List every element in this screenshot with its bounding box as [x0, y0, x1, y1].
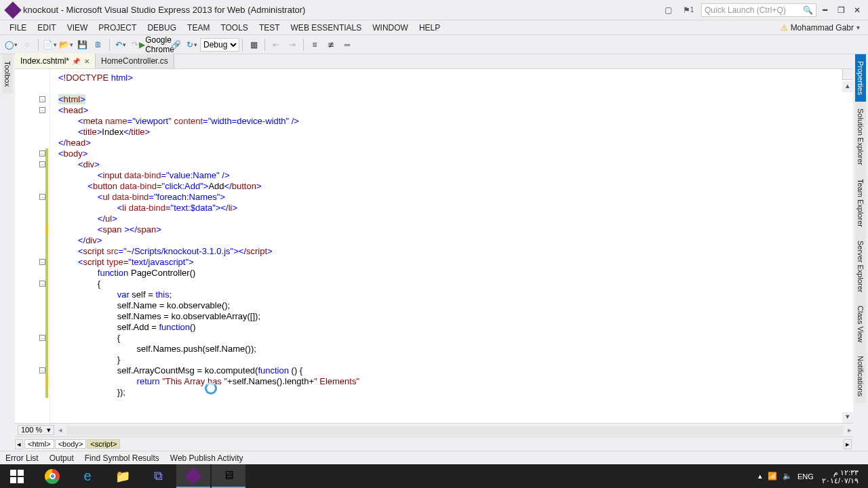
right-pane-strip[interactable]: PropertiesSolution ExplorerTeam Explorer…	[853, 54, 868, 451]
comment-button[interactable]: ≡	[307, 37, 322, 52]
quick-launch-input[interactable]: Quick Launch (Ctrl+Q)🔍	[701, 3, 816, 17]
nav-forward-button[interactable]: ○	[20, 37, 35, 52]
code-line[interactable]: self.Name = ko.observable();	[58, 300, 853, 311]
hscroll-right[interactable]: ▸	[846, 426, 853, 434]
bottom-tab-output[interactable]: Output	[44, 453, 79, 463]
code-line[interactable]: <input data-bind="value:Name" />	[58, 170, 853, 181]
pin-icon[interactable]: 📌	[72, 58, 80, 65]
toolbar-btn-1[interactable]: ▦	[246, 37, 261, 52]
left-pane-strip[interactable]: Toolbox	[0, 54, 15, 451]
close-button[interactable]: ✕	[849, 2, 865, 18]
code-line[interactable]: self.ArrayCountMsg = ko.computed(functio…	[58, 365, 853, 376]
breadcrumb-item[interactable]: <body>	[55, 439, 87, 449]
menu-tools[interactable]: TOOLS	[215, 23, 253, 33]
new-file-button[interactable]: 📄▾	[42, 37, 57, 52]
code-line[interactable]: <meta name="viewport" content="width=dev…	[58, 116, 853, 127]
undo-button[interactable]: ↶▾	[113, 37, 128, 52]
code-line[interactable]: }	[58, 354, 853, 365]
code-line[interactable]: </ul>	[58, 214, 853, 224]
open-file-button[interactable]: 📂▾	[58, 37, 73, 52]
code-line[interactable]: function PageController()	[58, 268, 853, 279]
windows-taskbar[interactable]: e 📁 ⧉ 🖥 ▴ 📶 🔈 ENG ١٢:٣٣ م٢٠١٤/٠٧/١٩	[0, 464, 868, 488]
close-tab-icon[interactable]: ✕	[84, 58, 90, 65]
code-line[interactable]: });	[58, 387, 853, 398]
menu-project[interactable]: PROJECT	[93, 23, 142, 33]
feedback-icon[interactable]: ▢	[660, 3, 675, 18]
code-line[interactable]: {	[58, 333, 853, 344]
menu-edit[interactable]: EDIT	[32, 23, 61, 33]
explorer-taskbar-icon[interactable]: 📁	[106, 464, 140, 488]
editor-tab[interactable]: Index.cshtml*📌✕	[15, 54, 96, 68]
tray-lang[interactable]: ENG	[797, 472, 814, 481]
bottom-tab-web-publish-activity[interactable]: Web Publish Activity	[165, 453, 249, 463]
menu-window[interactable]: WINDOW	[367, 23, 414, 33]
code-line[interactable]: </head>	[58, 138, 853, 148]
breadcrumb-item[interactable]: <script>	[87, 439, 120, 449]
config-select[interactable]: Debug	[200, 38, 239, 52]
code-line[interactable]: <html>	[58, 94, 853, 105]
pane-notifications[interactable]: Notifications	[855, 349, 866, 403]
refresh-button[interactable]: ↻▾	[184, 37, 199, 52]
indent-button[interactable]: ⇥	[285, 37, 300, 52]
code-line[interactable]: </div>	[58, 235, 853, 246]
pane-team-explorer[interactable]: Team Explorer	[855, 172, 866, 234]
bottom-tab-error-list[interactable]: Error List	[0, 453, 44, 463]
maximize-button[interactable]: ❐	[833, 2, 849, 18]
code-line[interactable]: <title>Index</title>	[58, 127, 853, 138]
menu-test[interactable]: TEST	[254, 23, 285, 33]
outdent-button[interactable]: ⇤	[269, 37, 283, 52]
code-line[interactable]	[58, 83, 853, 94]
code-line[interactable]: <!DOCTYPE html>	[58, 73, 853, 83]
bottom-tab-find-symbol-results[interactable]: Find Symbol Results	[79, 453, 165, 463]
code-line[interactable]: <body>	[58, 148, 853, 159]
menu-debug[interactable]: DEBUG	[142, 23, 182, 33]
pane-properties[interactable]: Properties	[855, 54, 866, 102]
code-line[interactable]: <script type="text/javascript">	[58, 257, 853, 268]
vs-taskbar-icon[interactable]	[176, 464, 210, 488]
code-line[interactable]: <button data-bind="click:Add">Add</butto…	[58, 181, 853, 192]
menu-file[interactable]: FILE	[4, 23, 32, 33]
toolbox-tab[interactable]: Toolbox	[2, 54, 13, 94]
save-all-button[interactable]: 🗎	[91, 37, 106, 52]
code-line[interactable]: <div>	[58, 159, 853, 170]
tray-volume-icon[interactable]: 🔈	[783, 472, 792, 481]
ie-taskbar-icon[interactable]: e	[71, 464, 104, 488]
code-line[interactable]: <head>	[58, 105, 853, 116]
editor-tab[interactable]: HomeController.cs	[96, 54, 174, 68]
chrome-taskbar-icon[interactable]	[35, 464, 69, 488]
save-button[interactable]: 💾	[75, 37, 90, 52]
bc-left[interactable]: ◂	[15, 439, 23, 449]
tray-chevron-icon[interactable]: ▴	[758, 472, 762, 481]
user-menu[interactable]: ⚠Mohammad Gabr▾	[776, 23, 864, 33]
menu-web-essentials[interactable]: WEB ESSENTIALS	[285, 23, 368, 33]
code-line[interactable]: <span ></span>	[58, 224, 853, 235]
code-editor[interactable]: --------- <!DOCTYPE html> <html><head> <…	[15, 69, 853, 424]
scroll-up-button[interactable]: ▴	[842, 81, 853, 92]
code-line[interactable]: var self = this;	[58, 289, 853, 300]
menu-help[interactable]: HELP	[414, 23, 446, 33]
tray-network-icon[interactable]: 📶	[768, 472, 777, 481]
toolbar-btn-2[interactable]: ═	[340, 37, 355, 52]
pane-server-explorer[interactable]: Server Explorer	[855, 234, 866, 299]
code-line[interactable]: self.Names.push(self.Name());	[58, 344, 853, 354]
hscroll-left[interactable]: ◂	[57, 426, 64, 434]
code-line[interactable]: {	[58, 279, 853, 289]
code-line[interactable]: self.Names = ko.observableArray([]);	[58, 311, 853, 322]
uncomment-button[interactable]: ≢	[323, 37, 338, 52]
scroll-down-button[interactable]: ▾	[842, 412, 853, 423]
breadcrumb-item[interactable]: <html>	[24, 439, 54, 449]
code-line[interactable]: <script src="~/Scripts/knockout-3.1.0.js…	[58, 246, 853, 257]
browser-link-button[interactable]: 🔗	[168, 37, 183, 52]
split-box[interactable]	[842, 69, 853, 80]
code-line[interactable]: <li data-bind="text:$data"></li>	[58, 203, 853, 214]
bc-right[interactable]: ▸	[844, 439, 852, 449]
nav-back-button[interactable]: ◯▾	[3, 37, 18, 52]
flag-icon[interactable]: ⚑1	[681, 3, 696, 18]
start-button[interactable]	[0, 464, 34, 488]
pane-solution-explorer[interactable]: Solution Explorer	[855, 102, 866, 172]
code-line[interactable]: self.Add = function()	[58, 322, 853, 333]
app-taskbar-icon[interactable]: 🖥	[212, 464, 245, 488]
zoom-select[interactable]: 100 %▾	[18, 425, 54, 435]
pane-class-view[interactable]: Class View	[855, 299, 866, 349]
code-line[interactable]: <ul data-bind="foreach:Names">	[58, 192, 853, 203]
